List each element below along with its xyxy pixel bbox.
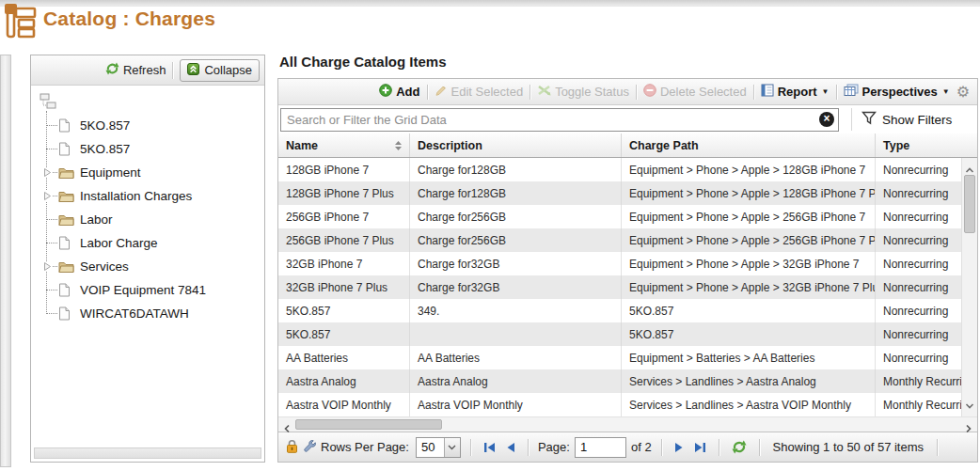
vertical-scrollbar-thumb[interactable]: [964, 175, 975, 233]
table-row[interactable]: Aastra VOIP MonthlyAastra VOIP MonthlySe…: [278, 393, 961, 416]
table-cell: Nonrecurring: [876, 299, 961, 322]
tree-collapse-label: Collapse: [204, 63, 252, 77]
edit-selected-button[interactable]: Edit Selected: [435, 84, 524, 100]
tree-item-label: Labor Charge: [80, 236, 158, 250]
add-button[interactable]: Add: [379, 84, 419, 100]
tree-item[interactable]: WIRCAT6DATAWH: [58, 302, 262, 325]
horizontal-scrollbar[interactable]: [278, 416, 977, 432]
table-cell: Charge for32GB: [410, 275, 622, 299]
gear-icon[interactable]: ⚙: [956, 85, 970, 100]
column-header-type[interactable]: Type: [876, 133, 977, 157]
tree-item[interactable]: Equipment: [58, 161, 262, 184]
table-cell: Aastra Analog: [278, 369, 410, 393]
table-row[interactable]: Aastra AnalogAastra AnalogServices > Lan…: [278, 369, 961, 393]
scroll-right-icon[interactable]: [965, 420, 972, 437]
horizontal-scrollbar-thumb[interactable]: [295, 419, 442, 430]
tree-item[interactable]: 5KO.857: [58, 114, 262, 137]
page-label: Page:: [538, 440, 570, 454]
table-row[interactable]: 5KO.857349.5KO.857Nonrecurring: [278, 299, 961, 322]
scroll-down-icon[interactable]: [965, 397, 974, 414]
table-row[interactable]: 32GB iPhone 7Charge for32GBEquipment > P…: [278, 252, 961, 275]
refresh-icon: [105, 62, 119, 78]
delete-selected-label: Delete Selected: [660, 85, 747, 99]
grid-search-input[interactable]: [280, 108, 839, 132]
tree-refresh-button[interactable]: Refresh: [105, 62, 166, 78]
table-cell: Charge for256GB: [410, 228, 622, 252]
table-cell: Equipment > Phone > Apple > 256GB iPhone…: [622, 205, 876, 228]
pager-status: Showing 1 to 50 of 57 items: [773, 440, 924, 454]
lock-icon[interactable]: [286, 439, 298, 456]
table-row[interactable]: 5KO.8575KO.857Nonrecurring: [278, 322, 961, 346]
toggle-status-button[interactable]: Toggle Status: [537, 85, 629, 99]
report-menu-button[interactable]: Report ▼: [761, 84, 830, 100]
table-row[interactable]: 128GB iPhone 7 PlusCharge for128GBEquipm…: [278, 181, 961, 205]
tree-item-label: Installation Charges: [80, 189, 192, 203]
panel-splitter[interactable]: [0, 55, 11, 467]
table-cell: Equipment > Phone > Apple > 128GB iPhone…: [622, 181, 876, 205]
grid-rows: 128GB iPhone 7Charge for128GBEquipment >…: [278, 158, 961, 416]
delete-minus-icon: [643, 84, 656, 100]
add-button-label: Add: [396, 85, 419, 99]
wrench-icon[interactable]: [303, 439, 316, 455]
perspectives-menu-label: Perspectives: [862, 85, 938, 99]
rows-per-page-select[interactable]: 50: [416, 437, 461, 458]
prev-page-button[interactable]: [503, 442, 518, 453]
grid-footer: Rows Per Page: 50 Page: of 2: [278, 432, 977, 462]
tree-item[interactable]: Labor Charge: [58, 231, 262, 255]
catalog-tree: 5KO.8575KO.857EquipmentInstallation Char…: [31, 86, 264, 325]
toggle-status-icon: [537, 85, 551, 99]
table-cell: 128GB iPhone 7 Plus: [278, 181, 410, 205]
grid-refresh-button[interactable]: [729, 440, 750, 454]
table-row[interactable]: AA BatteriesAA BatteriesEquipment > Batt…: [278, 346, 961, 369]
tree-item[interactable]: Installation Charges: [58, 184, 262, 208]
first-page-button[interactable]: [481, 442, 498, 453]
filter-funnel-icon: [861, 111, 877, 128]
tree-horizontal-scrollbar[interactable]: [34, 447, 261, 459]
table-row[interactable]: 128GB iPhone 7Charge for128GBEquipment >…: [278, 158, 961, 181]
delete-selected-button[interactable]: Delete Selected: [643, 84, 747, 100]
report-menu-label: Report: [778, 85, 817, 99]
toolbar-separator: [836, 85, 837, 100]
caret-down-icon: ▼: [942, 87, 950, 96]
table-cell: 128GB iPhone 7: [278, 158, 410, 181]
table-cell: [410, 322, 622, 346]
grid-search-row: × Show Filters: [278, 105, 977, 133]
expand-arrow-icon[interactable]: [41, 191, 53, 201]
column-header-description[interactable]: Description: [410, 133, 622, 157]
tree-item-label: 5KO.857: [80, 142, 130, 156]
table-cell: Nonrecurring: [876, 228, 961, 252]
catalog-tree-panel: Refresh Collapse: [30, 55, 265, 463]
expand-arrow-icon[interactable]: [41, 167, 53, 178]
next-page-button[interactable]: [672, 442, 687, 453]
table-cell: 256GB iPhone 7: [278, 205, 410, 228]
tree-collapse-button[interactable]: Collapse: [180, 59, 260, 82]
table-cell: Charge for32GB: [410, 252, 622, 275]
page-number-input[interactable]: [575, 437, 626, 458]
rows-per-page-value: 50: [417, 440, 444, 454]
tree-list: 5KO.8575KO.857EquipmentInstallation Char…: [42, 114, 262, 325]
scroll-left-icon[interactable]: [283, 420, 291, 437]
sitemap-icon: [3, 1, 39, 46]
show-filters-button[interactable]: Show Filters: [861, 111, 952, 128]
clear-search-icon[interactable]: ×: [819, 112, 834, 127]
table-row[interactable]: 32GB iPhone 7 PlusCharge for32GBEquipmen…: [278, 275, 961, 299]
last-page-button[interactable]: [691, 442, 709, 453]
edit-pencil-icon: [435, 84, 448, 100]
tree-item[interactable]: 5KO.857: [58, 137, 262, 161]
table-row[interactable]: 256GB iPhone 7 PlusCharge for256GBEquipm…: [278, 228, 961, 252]
tree-item[interactable]: Labor: [58, 208, 262, 231]
toolbar-separator: [427, 85, 428, 100]
table-cell: Equipment > Phone > Apple > 32GB iPhone …: [622, 275, 876, 299]
tree-item[interactable]: Services: [58, 255, 262, 278]
add-plus-icon: [379, 84, 392, 100]
expand-arrow-icon[interactable]: [41, 261, 53, 272]
vertical-scrollbar[interactable]: [961, 158, 977, 416]
column-header-charge-path[interactable]: Charge Path: [622, 133, 876, 157]
tree-item[interactable]: VOIP Equipment 7841: [58, 278, 262, 302]
column-header-name[interactable]: Name: [278, 133, 410, 157]
footer-separator: [528, 439, 529, 456]
tree-root-icon: [40, 93, 262, 113]
perspectives-menu-button[interactable]: Perspectives ▼: [844, 84, 950, 100]
table-row[interactable]: 256GB iPhone 7Charge for256GBEquipment >…: [278, 205, 961, 228]
table-cell: 5KO.857: [278, 299, 410, 322]
